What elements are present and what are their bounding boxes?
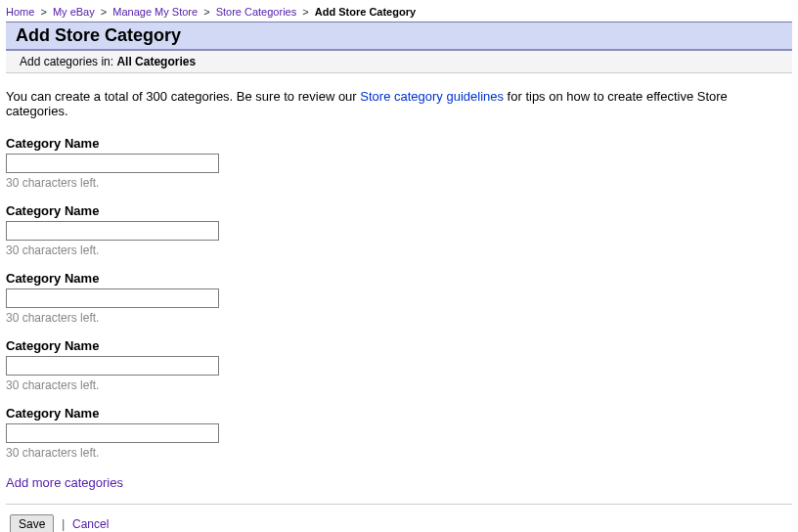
- category-name-input[interactable]: [6, 154, 219, 173]
- divider: [6, 504, 792, 505]
- category-name-label: Category Name: [6, 338, 792, 353]
- breadcrumb-sep: >: [200, 6, 212, 18]
- actions: Save | Cancel: [6, 512, 792, 532]
- category-field: Category Name 30 characters left.: [6, 271, 792, 325]
- category-name-hint: 30 characters left.: [6, 244, 792, 257]
- category-field: Category Name 30 characters left.: [6, 203, 792, 257]
- category-name-input[interactable]: [6, 288, 219, 308]
- category-name-hint: 30 characters left.: [6, 176, 792, 190]
- store-category-guidelines-link[interactable]: Store category guidelines: [360, 89, 504, 104]
- save-button[interactable]: Save: [10, 514, 54, 532]
- category-name-label: Category Name: [6, 203, 792, 218]
- category-field: Category Name 30 characters left.: [6, 136, 792, 190]
- category-name-hint: 30 characters left.: [6, 378, 792, 392]
- breadcrumb-manage-my-store[interactable]: Manage My Store: [112, 6, 198, 18]
- breadcrumb-home[interactable]: Home: [6, 6, 34, 18]
- breadcrumb-sep: >: [98, 6, 110, 18]
- category-name-input[interactable]: [6, 356, 219, 376]
- breadcrumb-my-ebay[interactable]: My eBay: [53, 6, 95, 18]
- breadcrumb: Home > My eBay > Manage My Store > Store…: [6, 4, 792, 22]
- sub-bar: Add categories in: All Categories: [6, 51, 792, 73]
- breadcrumb-current: Add Store Category: [315, 6, 416, 18]
- category-name-hint: 30 characters left.: [6, 446, 792, 460]
- breadcrumb-sep: >: [299, 6, 311, 18]
- breadcrumb-sep: >: [37, 6, 49, 18]
- category-name-label: Category Name: [6, 136, 792, 151]
- sub-bar-scope: All Categories: [116, 55, 196, 68]
- category-field: Category Name 30 characters left.: [6, 338, 792, 392]
- category-name-label: Category Name: [6, 406, 792, 421]
- sub-bar-prefix: Add categories in:: [20, 55, 116, 68]
- breadcrumb-store-categories[interactable]: Store Categories: [216, 6, 297, 18]
- add-more-categories-link[interactable]: Add more categories: [6, 475, 123, 490]
- page-title: Add Store Category: [6, 22, 792, 51]
- category-field: Category Name 30 characters left.: [6, 406, 792, 460]
- category-name-input[interactable]: [6, 423, 219, 443]
- pipe-separator: |: [58, 516, 68, 531]
- intro-text: You can create a total of 300 categories…: [6, 73, 792, 122]
- intro-before: You can create a total of 300 categories…: [6, 89, 360, 104]
- category-name-input[interactable]: [6, 221, 219, 241]
- cancel-link[interactable]: Cancel: [72, 517, 109, 531]
- category-name-label: Category Name: [6, 271, 792, 286]
- category-name-hint: 30 characters left.: [6, 311, 792, 325]
